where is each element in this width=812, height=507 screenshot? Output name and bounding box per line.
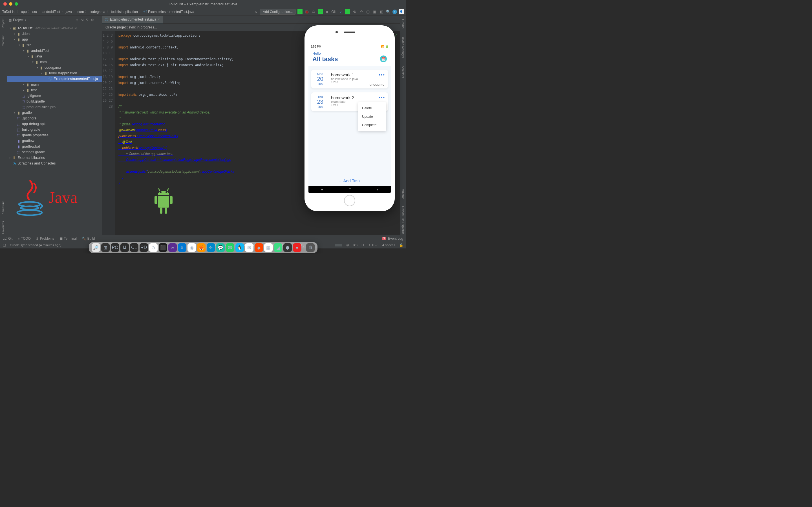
nav-home-icon[interactable]: ◻ xyxy=(349,187,352,191)
tree-apk[interactable]: ⬚app-debug.apk xyxy=(7,121,102,127)
sync-icon[interactable]: ↑ xyxy=(393,10,397,14)
dock-whatsapp[interactable]: ☎ xyxy=(226,243,234,252)
dock-chrome[interactable]: ◉ xyxy=(188,243,196,252)
tree-settings[interactable]: ⬚settings.gradle xyxy=(7,149,102,155)
crumb-src[interactable]: src xyxy=(33,10,37,14)
task-list[interactable]: Mon 20 Jun homework 1 hellow world in ja… xyxy=(308,66,391,186)
tree-test[interactable]: ▸▮test xyxy=(7,87,102,93)
git-history-icon[interactable]: ⟲ xyxy=(352,9,357,14)
tree-com[interactable]: ▾▮com xyxy=(7,59,102,65)
tree-gradleprops[interactable]: ⬚gradle.properties xyxy=(7,132,102,138)
dock-app1[interactable]: ⊙ xyxy=(149,243,158,252)
run-configuration-dropdown[interactable]: Add Configuration... xyxy=(260,9,296,15)
icon-2[interactable]: ▣ xyxy=(372,9,377,14)
dock-app5[interactable]: ● xyxy=(293,243,301,252)
tree-codegama[interactable]: ▾▮codegama xyxy=(7,65,102,70)
crumb-package[interactable]: todolistapplication xyxy=(111,10,138,14)
tree-idea[interactable]: ▸▮.idea xyxy=(7,31,102,37)
assistant-tool-button[interactable]: Assistant xyxy=(402,64,405,79)
dock-clion[interactable]: CL xyxy=(130,243,139,252)
commit-tool-button[interactable]: Commit xyxy=(1,34,5,47)
todo-tool-button[interactable]: ≡ TODO xyxy=(17,237,31,240)
dock-qq[interactable]: 🐧 xyxy=(236,243,244,252)
tree-buildgradle-root[interactable]: ⬚build.gradle xyxy=(7,127,102,132)
event-log-button[interactable]: Event Log xyxy=(388,237,403,240)
git-tool-button[interactable]: ⎇ Git xyxy=(3,237,12,240)
settings-icon[interactable]: ⚙ xyxy=(91,18,94,22)
problems-tool-button[interactable]: ⊘ Problems xyxy=(36,237,54,240)
user-avatar[interactable]: 👤 xyxy=(399,9,404,14)
tree-gradlew[interactable]: ▮gradlew xyxy=(7,138,102,144)
task-menu-button[interactable]: ••• xyxy=(378,72,385,77)
crumb-project[interactable]: ToDoList xyxy=(2,10,15,14)
dock-finder[interactable]: 🔎 xyxy=(92,243,100,252)
tree-src[interactable]: ▾▮src xyxy=(7,42,102,48)
dock-mail[interactable]: ✉ xyxy=(245,243,253,252)
nav-recent-icon[interactable]: ≡ xyxy=(321,187,323,191)
dock-app4[interactable]: ⬢ xyxy=(283,243,292,252)
crumb-java[interactable]: java xyxy=(66,10,72,14)
tree-scratches[interactable]: ◔Scratches and Consoles xyxy=(7,161,102,166)
error-count-badge[interactable]: 3 xyxy=(382,237,386,240)
calendar-icon[interactable]: 📅 xyxy=(380,55,387,62)
favorites-tool-button[interactable]: Favorites xyxy=(1,220,5,235)
dock-app2[interactable]: ◆ xyxy=(255,243,263,252)
device-file-explorer-tool-button[interactable]: Device File Explorer xyxy=(402,205,405,235)
task-menu-button[interactable]: ••• xyxy=(378,95,385,100)
crumb-codegama[interactable]: codegama xyxy=(89,10,105,14)
dock-intellij[interactable]: IJ xyxy=(120,243,129,252)
gradle-tool-button[interactable]: Gradle xyxy=(402,18,405,30)
caret-position[interactable]: 3:8 xyxy=(353,243,357,247)
tree-java[interactable]: ▾▮java xyxy=(7,54,102,59)
add-task-button[interactable]: + Add Task xyxy=(308,178,391,183)
phone-home-button[interactable] xyxy=(344,195,355,206)
hide-icon[interactable]: — xyxy=(96,18,100,22)
search-icon[interactable]: 🔍 xyxy=(386,9,391,14)
build-icon[interactable]: ↘ xyxy=(253,9,258,14)
git-commit-icon[interactable]: ✓ xyxy=(345,9,350,14)
locate-icon[interactable]: ⊙ xyxy=(75,18,79,22)
tree-external-libs[interactable]: ▸⫴External Libraries xyxy=(7,155,102,161)
coverage-button[interactable]: ⛭ xyxy=(311,9,316,14)
dock-pycharm[interactable]: PC xyxy=(111,243,119,252)
device-manager-tool-button[interactable]: Device Manager xyxy=(402,35,405,59)
close-tab-icon[interactable]: × xyxy=(158,17,160,21)
dock-app3[interactable]: ▦ xyxy=(264,243,273,252)
dock-trash[interactable]: 🗑 xyxy=(306,243,315,252)
build-tool-button[interactable]: 🔨 Build xyxy=(82,237,95,240)
emulator-tool-button[interactable]: Emulator xyxy=(402,185,405,200)
structure-tool-button[interactable]: Structure xyxy=(1,200,5,215)
terminal-tool-button[interactable]: ▣ Terminal xyxy=(59,237,77,240)
dock-edge[interactable]: e xyxy=(178,243,186,252)
collapse-all-icon[interactable]: ⇱ xyxy=(86,18,89,22)
tree-selected-file[interactable]: ⓒExampleInstrumentedTest.ja xyxy=(7,76,102,82)
tree-gitignore-root[interactable]: ⬚.gitignore xyxy=(7,115,102,121)
icon-1[interactable]: ▢ xyxy=(365,9,370,14)
minimize-window-button[interactable] xyxy=(9,2,12,6)
tree-app[interactable]: ▾▮app xyxy=(7,37,102,42)
nav-back-icon[interactable]: ‹ xyxy=(377,187,378,191)
file-encoding[interactable]: UTF-8 xyxy=(369,243,378,247)
git-rollback-icon[interactable]: ↶ xyxy=(359,9,364,14)
tree-gitignore-app[interactable]: ⬚.gitignore xyxy=(7,93,102,99)
crumb-com[interactable]: com xyxy=(78,10,84,14)
debug-button[interactable]: 🐞 xyxy=(304,9,309,14)
tree-gradle[interactable]: ▸▮gradle xyxy=(7,110,102,115)
tree-gradlewbat[interactable]: ▮gradlew.bat xyxy=(7,144,102,149)
icon-3[interactable]: ◧ xyxy=(379,9,384,14)
tree-root[interactable]: ▾▣ToDoList~/Workspace/Android/ToDoList xyxy=(7,25,102,31)
tree-package[interactable]: ▾▮todolistapplication xyxy=(7,70,102,76)
crumb-app[interactable]: app xyxy=(21,10,27,14)
dock-vs[interactable]: ∞ xyxy=(168,243,177,252)
tree-androidtest[interactable]: ▾▮androidTest xyxy=(7,48,102,54)
crumb-file[interactable]: ExampleInstrumentedTest.java xyxy=(148,10,194,14)
dock-firefox[interactable]: 🦊 xyxy=(197,243,206,252)
dock-rider[interactable]: RD xyxy=(140,243,148,252)
expand-all-icon[interactable]: ⇲ xyxy=(81,18,84,22)
menu-delete[interactable]: Delete xyxy=(358,104,386,112)
status-icon[interactable]: ▢ xyxy=(3,243,6,247)
profile-button[interactable]: ⤳ xyxy=(318,9,323,14)
dock-launchpad[interactable]: ⊞ xyxy=(101,243,110,252)
menu-complete[interactable]: Complete xyxy=(358,121,386,129)
project-view-selector[interactable]: ▤ Project ▾ xyxy=(8,18,26,22)
